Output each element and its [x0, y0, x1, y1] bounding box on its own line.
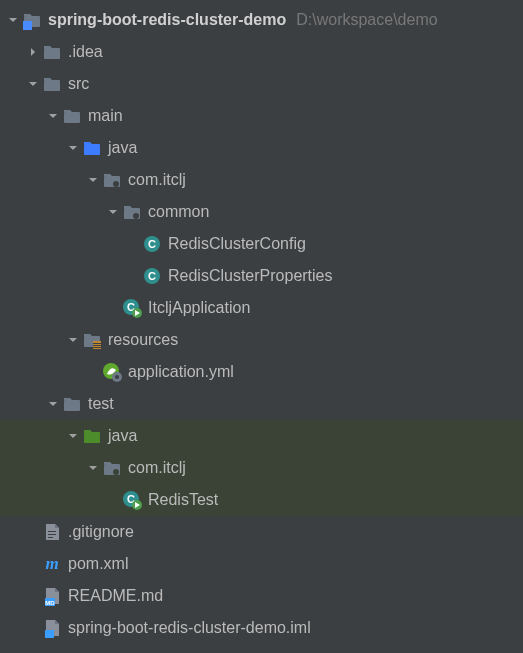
tree-row-resources[interactable]: resources: [0, 324, 523, 356]
package-icon: [102, 170, 122, 190]
tree-label: com.itclj: [128, 459, 186, 477]
chevron-down-icon[interactable]: [44, 111, 62, 121]
tree-label: common: [148, 203, 209, 221]
project-name: spring-boot-redis-cluster-demo: [48, 11, 286, 29]
chevron-down-icon[interactable]: [104, 207, 122, 217]
tree-label: test: [88, 395, 114, 413]
svg-rect-21: [93, 347, 101, 348]
folder-icon: [42, 74, 62, 94]
class-icon: C: [142, 266, 162, 286]
svg-point-24: [115, 375, 119, 379]
module-file-icon: [42, 618, 62, 638]
tree-row-java-test[interactable]: java: [0, 420, 523, 452]
svg-rect-33: [48, 534, 56, 535]
chevron-down-icon[interactable]: [24, 79, 42, 89]
chevron-right-icon[interactable]: [24, 47, 42, 57]
tree-row-common[interactable]: common: [0, 196, 523, 228]
tree-row-file[interactable]: C ItcljApplication: [0, 292, 523, 324]
svg-text:C: C: [148, 238, 156, 250]
module-folder-icon: [22, 10, 42, 30]
folder-icon: [42, 42, 62, 62]
svg-point-9: [133, 213, 139, 219]
tree-row-java-main[interactable]: java: [0, 132, 523, 164]
tree-label: .idea: [68, 43, 103, 61]
tree-label: resources: [108, 331, 178, 349]
source-folder-icon: [82, 138, 102, 158]
svg-rect-3: [44, 80, 60, 91]
chevron-down-icon[interactable]: [4, 15, 22, 25]
class-icon: C: [142, 234, 162, 254]
chevron-down-icon[interactable]: [64, 431, 82, 441]
svg-point-7: [113, 181, 119, 187]
folder-icon: [62, 106, 82, 126]
tree-row-package-test[interactable]: com.itclj: [0, 452, 523, 484]
package-icon: [122, 202, 142, 222]
svg-rect-34: [48, 537, 53, 538]
svg-rect-20: [93, 345, 101, 346]
tree-label: java: [108, 139, 137, 157]
chevron-down-icon[interactable]: [84, 463, 102, 473]
tree-row-project-root[interactable]: spring-boot-redis-cluster-demo D:\worksp…: [0, 4, 523, 36]
tree-row-test[interactable]: test: [0, 388, 523, 420]
tree-row-file[interactable]: C RedisClusterProperties: [0, 260, 523, 292]
tree-label: RedisClusterProperties: [168, 267, 333, 285]
svg-text:MD: MD: [45, 600, 55, 606]
svg-rect-37: [45, 630, 54, 638]
maven-icon: m: [42, 554, 62, 574]
tree-row-file[interactable]: application.yml: [0, 356, 523, 388]
tree-label: pom.xml: [68, 555, 128, 573]
svg-rect-2: [44, 48, 60, 59]
svg-rect-4: [64, 112, 80, 123]
svg-rect-25: [64, 400, 80, 411]
spring-config-icon: [102, 362, 122, 382]
class-runnable-icon: C: [122, 298, 142, 318]
tree-row-file[interactable]: C RedisClusterConfig: [0, 228, 523, 260]
svg-rect-32: [48, 531, 56, 532]
tree-row-file[interactable]: MD README.md: [0, 580, 523, 612]
class-runnable-icon: C: [122, 490, 142, 510]
tree-label: RedisClusterConfig: [168, 235, 306, 253]
markdown-icon: MD: [42, 586, 62, 606]
project-tree: spring-boot-redis-cluster-demo D:\worksp…: [0, 0, 523, 653]
tree-label: README.md: [68, 587, 163, 605]
tree-row-external-libraries[interactable]: External Libraries: [0, 644, 523, 653]
chevron-down-icon[interactable]: [84, 175, 102, 185]
project-path: D:\workspace\demo: [296, 11, 437, 29]
tree-row-main[interactable]: main: [0, 100, 523, 132]
tree-row-file[interactable]: C RedisTest: [0, 484, 523, 516]
tree-row-src[interactable]: src: [0, 68, 523, 100]
tree-label: com.itclj: [128, 171, 186, 189]
tree-label: spring-boot-redis-cluster-demo.iml: [68, 619, 311, 637]
svg-rect-5: [84, 144, 100, 155]
tree-row-package-main[interactable]: com.itclj: [0, 164, 523, 196]
tree-row-file[interactable]: .gitignore: [0, 516, 523, 548]
resources-folder-icon: [82, 330, 102, 350]
svg-text:C: C: [148, 270, 156, 282]
tree-row-idea[interactable]: .idea: [0, 36, 523, 68]
tree-row-file[interactable]: spring-boot-redis-cluster-demo.iml: [0, 612, 523, 644]
tree-label: RedisTest: [148, 491, 218, 509]
chevron-down-icon[interactable]: [44, 399, 62, 409]
tree-row-file[interactable]: m pom.xml: [0, 548, 523, 580]
tree-label: src: [68, 75, 89, 93]
svg-rect-1: [23, 21, 32, 30]
chevron-down-icon[interactable]: [64, 143, 82, 153]
svg-point-28: [113, 469, 119, 475]
tree-label: main: [88, 107, 123, 125]
tree-label: .gitignore: [68, 523, 134, 541]
text-file-icon: [42, 522, 62, 542]
tree-label: java: [108, 427, 137, 445]
tree-label: ItcljApplication: [148, 299, 250, 317]
svg-rect-19: [93, 343, 101, 344]
tree-label: application.yml: [128, 363, 234, 381]
svg-rect-26: [84, 432, 100, 443]
folder-icon: [62, 394, 82, 414]
test-source-folder-icon: [82, 426, 102, 446]
chevron-down-icon[interactable]: [64, 335, 82, 345]
package-icon: [102, 458, 122, 478]
